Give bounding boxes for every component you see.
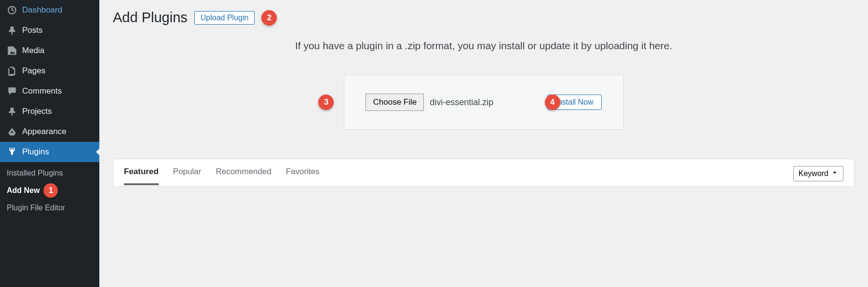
sidebar-item-comments[interactable]: Comments	[0, 81, 99, 101]
sidebar-item-label: Media	[22, 46, 44, 55]
sidebar-item-dashboard[interactable]: Dashboard	[0, 0, 99, 20]
filter-tab-recommended[interactable]: Recommended	[216, 167, 271, 185]
sidebar-item-label: Dashboard	[22, 5, 62, 15]
sidebar-item-label: Projects	[22, 107, 52, 116]
submenu-item-label: Plugin File Editor	[7, 204, 65, 212]
sidebar-item-pages[interactable]: Pages	[0, 61, 99, 81]
pushpin-icon	[7, 25, 17, 36]
step-badge-2: 2	[261, 10, 277, 26]
page-header: Add Plugins Upload Plugin 2	[113, 10, 854, 26]
search-type-select[interactable]: Keyword	[793, 166, 843, 181]
sidebar-item-posts[interactable]: Posts	[0, 20, 99, 41]
submenu-installed-plugins[interactable]: Installed Plugins	[0, 166, 99, 180]
submenu-item-label: Installed Plugins	[7, 169, 63, 178]
sidebar-item-appearance[interactable]: Appearance	[0, 122, 99, 142]
upload-instruction: If you have a plugin in a .zip format, y…	[113, 40, 854, 52]
filter-tabs: Featured Popular Recommended Favorites	[124, 167, 320, 185]
plugins-submenu: Installed Plugins Add New 1 Plugin File …	[0, 162, 99, 221]
sidebar-item-label: Appearance	[22, 127, 67, 137]
filter-tab-favorites[interactable]: Favorites	[286, 167, 320, 185]
step-badge-1: 1	[43, 183, 58, 198]
step-badge-4: 4	[545, 95, 560, 110]
chevron-down-icon	[831, 169, 838, 178]
appearance-icon	[7, 126, 17, 137]
plugin-filter-bar: Featured Popular Recommended Favorites K…	[113, 159, 854, 187]
sidebar-item-projects[interactable]: Projects	[0, 101, 99, 122]
upload-section: If you have a plugin in a .zip format, y…	[113, 40, 854, 130]
media-icon	[7, 45, 17, 56]
sidebar-item-label: Plugins	[22, 147, 49, 157]
sidebar-item-media[interactable]: Media	[0, 41, 99, 61]
pushpin-icon	[7, 106, 17, 117]
sidebar-item-plugins[interactable]: Plugins	[0, 142, 99, 162]
selected-file-name: divi-essential.zip	[430, 97, 493, 108]
main-content: Add Plugins Upload Plugin 2 If you have …	[99, 0, 868, 287]
upload-form: 3 Choose File divi-essential.zip 4 Insta…	[344, 75, 623, 130]
plugins-icon	[7, 147, 17, 157]
filter-tab-popular[interactable]: Popular	[173, 167, 202, 185]
filter-tab-featured[interactable]: Featured	[124, 167, 159, 185]
select-label: Keyword	[799, 169, 828, 178]
submenu-add-new[interactable]: Add New 1	[0, 180, 99, 201]
dashboard-icon	[7, 5, 17, 15]
page-title: Add Plugins	[113, 10, 188, 26]
pages-icon	[7, 66, 17, 76]
step-badge-3: 3	[318, 95, 334, 110]
submenu-item-label: Add New	[7, 186, 40, 195]
sidebar-item-label: Posts	[22, 26, 43, 35]
sidebar-item-label: Pages	[22, 66, 45, 76]
submenu-plugin-file-editor[interactable]: Plugin File Editor	[0, 201, 99, 215]
choose-file-button[interactable]: Choose File	[366, 94, 424, 111]
sidebar-item-label: Comments	[22, 86, 62, 96]
admin-sidebar: Dashboard Posts Media Pages Comments Pro…	[0, 0, 99, 287]
comments-icon	[7, 86, 17, 96]
upload-plugin-button[interactable]: Upload Plugin	[194, 11, 255, 25]
